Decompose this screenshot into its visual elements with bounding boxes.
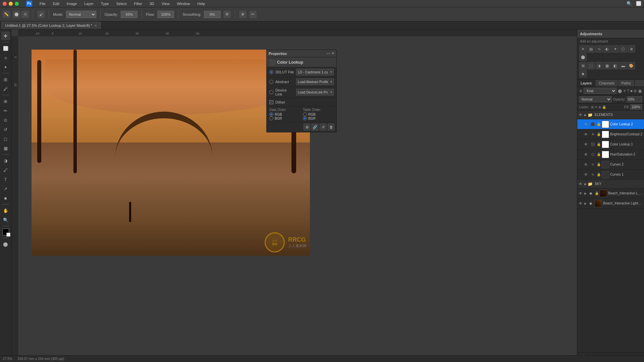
close-button[interactable] <box>3 2 7 6</box>
group-sky-expand[interactable]: ▶ <box>584 182 587 186</box>
adj-photofilter-icon[interactable]: ⬤ <box>579 53 587 61</box>
eyedropper-tool[interactable]: 🖉 <box>1 84 10 93</box>
adj-selectivecolor-icon[interactable]: 🎨 <box>628 62 635 69</box>
path-select-tool[interactable]: ↗ <box>1 184 10 193</box>
radio-data-bgr[interactable] <box>269 116 273 120</box>
smoothing-options[interactable]: ⚙ <box>223 11 231 18</box>
filter-shape-icon[interactable]: ■ <box>630 89 633 93</box>
group-elements-vis[interactable]: 👁 <box>579 113 583 117</box>
group-sky[interactable]: 👁 ▶ 📁 SKY <box>577 180 644 188</box>
menu-image[interactable]: Image <box>65 1 78 6</box>
move-tool[interactable]: ✛ <box>1 32 10 40</box>
mode-select[interactable]: Normal Multiply Screen <box>66 11 96 18</box>
layer-huesat2-vis[interactable]: 👁 <box>584 152 589 157</box>
radio-3dlut[interactable] <box>269 70 273 74</box>
hand-tool[interactable]: ✋ <box>1 206 10 215</box>
menu-type[interactable]: Type <box>100 1 110 6</box>
shape-tool[interactable]: ■ <box>1 194 10 202</box>
layer-bright2-vis[interactable]: 👁 <box>584 132 589 137</box>
radio-devicelink[interactable] <box>269 90 273 94</box>
quick-mask-mode[interactable]: ⬤ <box>1 240 10 248</box>
layer-beach-lightmix[interactable]: 👁 ▶ ◉ Beach_Interactive LightMix <box>577 198 644 208</box>
foreground-color[interactable] <box>2 229 9 235</box>
properties-close[interactable]: ✕ <box>331 51 334 56</box>
menu-window[interactable]: Window <box>175 1 191 6</box>
brush-size[interactable]: ⊙ <box>21 11 29 18</box>
radio-abstract[interactable] <box>269 80 273 84</box>
background-color[interactable] <box>6 233 10 237</box>
layer-curves-1[interactable]: 👁 ∿ 🔒 Curves 1 <box>577 170 644 180</box>
menu-edit[interactable]: Edit <box>52 1 61 6</box>
history-brush-tool[interactable]: ↺ <box>1 125 10 134</box>
adj-channelmixer-icon[interactable]: ⊞ <box>579 62 587 69</box>
group-elements-expand[interactable]: ▶ <box>584 113 587 117</box>
properties-minimize[interactable]: — <box>326 51 330 56</box>
minimize-button[interactable] <box>9 2 13 6</box>
adj-curves-icon[interactable]: ∿ <box>595 45 603 53</box>
layer-curves2-vis[interactable]: 👁 <box>584 162 589 167</box>
zoom-tool[interactable]: 🔍 <box>1 216 10 224</box>
layers-mode-select[interactable]: Normal <box>579 96 612 102</box>
filter-pixel-icon[interactable]: ⬤ <box>618 89 622 93</box>
lasso-tool[interactable]: ⌾ <box>1 53 10 62</box>
prop-refresh-icon[interactable]: ↺ <box>320 124 326 130</box>
lock-artboard-icon[interactable]: ⊕ <box>598 105 601 109</box>
menu-layer[interactable]: Layer <box>83 1 95 6</box>
adj-colorlookup-icon[interactable]: ⬛ <box>587 62 595 69</box>
dodge-tool[interactable]: ◑ <box>1 156 10 165</box>
layer-beach1-vis[interactable]: 👁 <box>579 191 583 196</box>
brush-preset[interactable]: ⬤ <box>13 11 20 18</box>
filter-toggle[interactable]: ◉ <box>638 88 642 94</box>
menu-select[interactable]: Select <box>115 1 128 6</box>
canvas-area[interactable]: -10 0 10 20 30 40 50 0 10 <box>11 29 577 362</box>
adj-brightness-icon[interactable]: ☀ <box>579 45 587 53</box>
brush-tool[interactable]: ✏️ <box>3 11 10 18</box>
layers-kind-select[interactable]: Kind <box>584 88 616 94</box>
menu-help[interactable]: Help <box>196 1 207 6</box>
brush-tool-left[interactable]: ✏ <box>1 106 10 115</box>
layer-color-lookup-2[interactable]: 👁 ⬛ 🔒 Color Lookup 2 <box>577 119 644 129</box>
doc-tab-close[interactable]: ✕ <box>94 24 97 27</box>
layer-curves1-vis[interactable]: 👁 <box>584 172 589 177</box>
lock-position-icon[interactable]: ✛ <box>595 105 597 109</box>
clone-source[interactable]: ⊕ <box>239 11 247 18</box>
tab-channels[interactable]: Channels <box>595 80 618 86</box>
layer-beach1-expand[interactable]: ▶ <box>584 192 587 195</box>
search-icon[interactable]: 🔍 <box>627 1 632 6</box>
adj-invert-icon[interactable]: ◑ <box>595 62 603 69</box>
adj-levels-icon[interactable]: ▤ <box>587 45 595 53</box>
select-3dlut[interactable]: LD - Cashmere 1.cube <box>296 69 334 75</box>
menu-filter[interactable]: Filter <box>132 1 143 6</box>
layer-hue-sat-2[interactable]: 👁 ⬡ 🔒 Hue/Saturation 2 <box>577 149 644 160</box>
adj-gradientmap-icon[interactable]: ▬ <box>620 62 627 69</box>
filter-smart-icon[interactable]: ⊞ <box>634 89 637 93</box>
adj-solid-icon[interactable]: ■ <box>579 70 587 77</box>
clone-stamp-tool[interactable]: ⊙ <box>1 116 10 124</box>
group-sky-vis[interactable]: 👁 <box>579 182 583 186</box>
radio-table-rgb[interactable] <box>303 112 307 116</box>
adj-exposure-icon[interactable]: ◐ <box>603 45 611 53</box>
layer-beach-interactive[interactable]: 👁 ▶ ◉ 🔒 Beach_Interactive L...shadow0.co… <box>577 188 644 198</box>
eraser-tool[interactable]: ◻ <box>1 134 10 143</box>
filter-adjust-icon[interactable]: ☀ <box>623 89 626 93</box>
prop-clip-icon[interactable]: ⊞ <box>304 124 310 130</box>
layer-brightness-2[interactable]: 👁 ☀ 🔒 Brightness/Contrast 2 <box>577 129 644 139</box>
menu-view[interactable]: View <box>160 1 171 6</box>
layer-beach2-vis[interactable]: 👁 <box>579 201 583 206</box>
select-abstract[interactable]: Load Abstract Profile... <box>296 78 334 85</box>
pen-tool[interactable]: 🖊 <box>1 166 10 174</box>
checkbox-dither[interactable] <box>269 100 273 104</box>
brush-options[interactable]: 🖌 <box>37 11 45 18</box>
tab-paths[interactable]: Paths <box>618 80 635 86</box>
maximize-button[interactable] <box>15 2 19 6</box>
adj-threshold-icon[interactable]: ◧ <box>611 62 619 69</box>
prop-link-icon[interactable]: 🔗 <box>312 124 318 130</box>
adj-colorbalance-icon[interactable]: ⊕ <box>628 45 635 53</box>
lock-all-icon[interactable]: 🔒 <box>602 105 606 109</box>
layers-opacity-input[interactable] <box>627 96 642 102</box>
healing-tool[interactable]: ⊗ <box>1 97 10 106</box>
filter-type-icon[interactable]: T <box>627 89 630 93</box>
erase-to-history[interactable]: ↩ <box>249 11 257 18</box>
menu-file[interactable]: File <box>38 1 47 6</box>
select-devicelink[interactable]: Load DeviceLink Profile... <box>296 89 334 96</box>
